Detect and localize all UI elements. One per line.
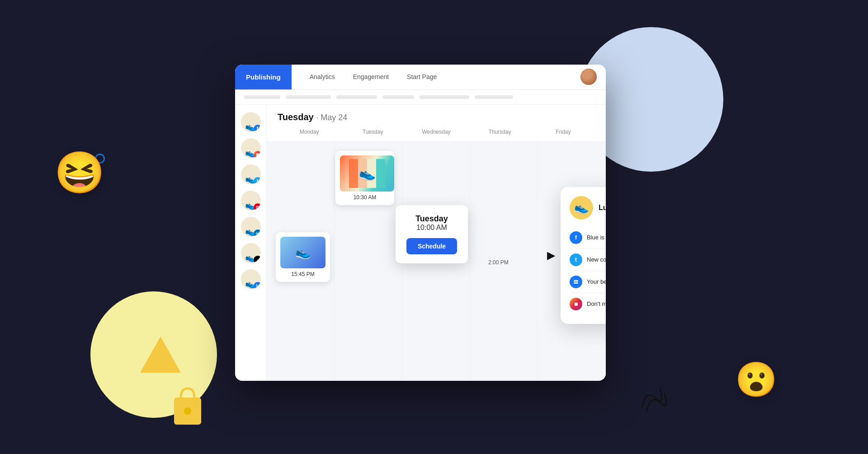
cal-card-sneaker[interactable]: 👟 15:45 PM xyxy=(276,232,330,282)
svg-rect-7 xyxy=(574,280,578,281)
luna-post-instagram[interactable]: ▣ Don't miss out! 👟 xyxy=(570,293,606,315)
sidebar-account-linkedin[interactable]: 👟 in xyxy=(241,217,261,237)
sidebar-account-instagram[interactable]: 👟 ▣ xyxy=(241,138,261,158)
cal-card-colorful-shoes[interactable]: 👟 10:30 AM xyxy=(335,151,394,205)
yellow-triangle xyxy=(140,337,181,373)
sidebar-account-pinterest[interactable]: 👟 p xyxy=(241,191,261,211)
skeleton-bar-2 xyxy=(286,95,331,99)
card-image-colorful: 👟 xyxy=(340,155,394,192)
facebook-badge: f xyxy=(254,125,261,132)
sidebar: 👟 f 👟 ▣ 👟 t 👟 p 👟 in 👟 ♪ xyxy=(235,105,267,381)
luna-post-text-2: New color available xyxy=(587,256,606,263)
buffer-badge: b xyxy=(254,282,261,289)
day-monday: Monday xyxy=(278,126,341,138)
avatar-image xyxy=(580,69,597,85)
skeleton-bar-6 xyxy=(475,95,513,99)
user-avatar[interactable] xyxy=(580,69,597,85)
skeleton-bar-5 xyxy=(420,95,469,99)
date-separator: · xyxy=(316,113,321,122)
nav-bar: Publishing Analytics Engagement Start Pa… xyxy=(235,65,606,90)
schedule-day: Tuesday xyxy=(406,214,457,224)
luna-fb-icon: f xyxy=(570,231,582,244)
luna-avatar: 👟 xyxy=(570,196,593,220)
calendar-date-title: Tuesday · May 24 xyxy=(278,112,595,122)
cursor-arrow-icon: ▶ xyxy=(547,249,555,262)
card-image-sneaker: 👟 xyxy=(280,237,326,268)
skeleton-bar-4 xyxy=(382,95,414,99)
day-thursday: Thursday xyxy=(468,126,531,138)
instagram-badge: ▣ xyxy=(254,151,261,158)
main-calendar: Tuesday · May 24 Monday Tuesday Wednesda… xyxy=(267,105,606,381)
luna-post-text-3: Your best shoes xyxy=(587,278,606,285)
svg-rect-8 xyxy=(574,281,578,282)
day-tuesday: Tuesday xyxy=(341,126,404,138)
emoji-laugh: 😆 xyxy=(54,149,105,197)
schedule-time: 10:00 AM xyxy=(406,224,457,232)
schedule-popup: Tuesday 10:00 AM Schedule xyxy=(396,205,468,263)
nav-analytics[interactable]: Analytics xyxy=(301,65,344,90)
nav-publishing[interactable]: Publishing xyxy=(235,65,292,90)
sidebar-account-tiktok[interactable]: 👟 ♪ xyxy=(241,243,261,263)
luna-post-facebook[interactable]: f Blue is the new black 👟 xyxy=(570,227,606,249)
cal-time-200pm: 2:00 PM xyxy=(488,259,509,266)
nav-engagement[interactable]: Engagement xyxy=(344,65,398,90)
content-area: 👟 f 👟 ▣ 👟 t 👟 p 👟 in 👟 ♪ xyxy=(235,105,606,381)
calendar-grid: 👟 10:30 AM 👟 15:45 PM 2:00 PM Tuesday 1 xyxy=(267,142,606,381)
linkedin-badge: in xyxy=(254,229,261,237)
schedule-button[interactable]: Schedule xyxy=(406,238,457,254)
svg-rect-6 xyxy=(376,159,385,188)
luna-username: Luna_Sneakers xyxy=(599,204,606,212)
card-time-1545: 15:45 PM xyxy=(280,271,326,277)
tiktok-badge: ♪ xyxy=(254,256,261,263)
luna-tw-icon: t xyxy=(570,253,582,266)
luna-post-buffer[interactable]: Your best shoes 👟 xyxy=(570,271,606,293)
yellow-bag-decoration xyxy=(172,386,203,427)
skeleton-bar-3 xyxy=(336,95,377,99)
sidebar-account-buffer[interactable]: 👟 b xyxy=(241,269,261,289)
pinterest-badge: p xyxy=(254,203,261,211)
svg-rect-9 xyxy=(574,283,578,284)
luna-post-text-1: Blue is the new black xyxy=(587,234,606,241)
day-friday: Friday xyxy=(532,126,595,138)
luna-post-twitter[interactable]: t New color available 👟 xyxy=(570,249,606,271)
svg-point-1 xyxy=(184,407,191,415)
card-time-1030: 10:30 AM xyxy=(340,194,390,201)
day-wednesday: Wednesday xyxy=(405,126,468,138)
luna-header: 👟 Luna_Sneakers xyxy=(570,196,606,220)
nav-start-page[interactable]: Start Page xyxy=(398,65,446,90)
luna-ig-icon: ▣ xyxy=(570,298,582,310)
svg-rect-3 xyxy=(349,159,358,188)
sidebar-account-twitter[interactable]: 👟 t xyxy=(241,164,261,184)
luna-buffer-icon xyxy=(570,276,582,288)
browser-window: Publishing Analytics Engagement Start Pa… xyxy=(235,65,606,381)
emoji-wow: 😮 xyxy=(735,360,778,400)
calendar-days-row: Monday Tuesday Wednesday Thursday Friday xyxy=(278,126,595,138)
sidebar-account-facebook[interactable]: 👟 f xyxy=(241,112,261,132)
squiggle-decoration xyxy=(633,380,669,418)
calendar-header: Tuesday · May 24 Monday Tuesday Wednesda… xyxy=(267,105,606,142)
skeleton-bars xyxy=(235,90,606,105)
luna-post-text-4: Don't miss out! xyxy=(587,300,606,307)
luna-popup: ▶ 👟 Luna_Sneakers f Blue is the new blac… xyxy=(561,187,606,324)
twitter-badge: t xyxy=(254,177,261,184)
skeleton-bar-1 xyxy=(244,95,280,99)
